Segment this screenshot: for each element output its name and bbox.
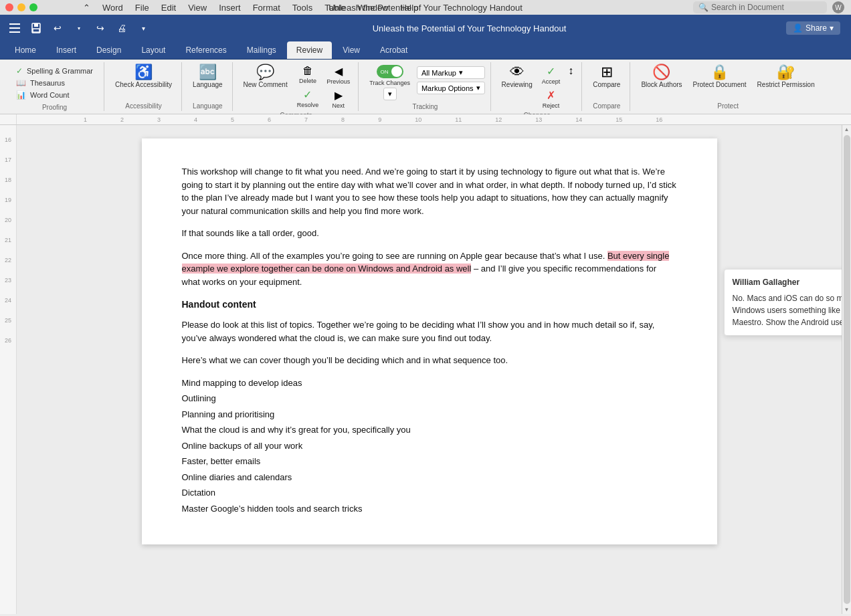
spelling-icon: ✓ [16, 66, 23, 76]
changes-group: 👁 Reviewing ✓ Accept ✗ Reject ↕ Changes [492, 62, 583, 111]
minimize-button[interactable] [17, 3, 25, 11]
word-count-button[interactable]: 📊 Word Count [13, 89, 96, 101]
changes-more-button[interactable]: ↕ [565, 64, 576, 78]
vertical-scrollbar[interactable]: ▲ ▼ [842, 125, 851, 614]
tab-home[interactable]: Home [5, 41, 45, 59]
next-button[interactable]: ▶ Next [324, 88, 353, 110]
check-accessibility-button[interactable]: ♿ Check Accessibility [111, 64, 176, 90]
tab-references[interactable]: References [176, 41, 235, 59]
block-authors-button[interactable]: 🚫 Block Authors [637, 64, 686, 90]
search-bar[interactable]: 🔍 Search in Document [693, 1, 827, 13]
redo-button[interactable]: ↪ [91, 19, 110, 37]
ruler-num: 22 [5, 255, 11, 276]
tab-insert[interactable]: Insert [47, 41, 86, 59]
share-chevron: ▾ [830, 23, 834, 33]
new-comment-label: New Comment [244, 81, 288, 88]
scroll-up-button[interactable]: ▲ [844, 126, 850, 132]
spelling-grammar-button[interactable]: ✓ Spelling & Grammar [13, 65, 96, 77]
next-label: Next [332, 102, 345, 109]
accessibility-items: ♿ Check Accessibility [111, 64, 176, 101]
sidebar-toggle-button[interactable] [5, 19, 24, 37]
menu-format[interactable]: Format [248, 2, 286, 13]
tracking-group-label: Tracking [412, 103, 438, 110]
more-button[interactable]: ▾ [134, 19, 153, 37]
ruler-num: 25 [5, 316, 11, 336]
share-label: Share [806, 23, 827, 33]
scroll-down-button[interactable]: ▼ [844, 607, 850, 613]
menu-file[interactable]: File [130, 2, 155, 13]
language-items: 🔤 Language [189, 64, 227, 101]
menu-insert[interactable]: Insert [213, 2, 246, 13]
new-comment-button[interactable]: 💬 New Comment [240, 64, 292, 90]
tab-view[interactable]: View [333, 41, 369, 59]
menu-word[interactable]: Word [97, 2, 128, 13]
compare-items: ⊞ Compare [589, 64, 624, 101]
user-avatar[interactable]: W [832, 1, 844, 13]
language-icon: 🔤 [199, 65, 217, 80]
ruler-mark: 2 [120, 116, 124, 123]
delete-comment-button[interactable]: 🗑 Delete [294, 64, 322, 86]
restrict-permission-button[interactable]: 🔐 Restrict Permission [753, 64, 819, 90]
track-changes-dropdown[interactable]: ▾ [383, 88, 397, 100]
tab-review[interactable]: Review [287, 41, 332, 59]
menu-edit[interactable]: Edit [156, 2, 181, 13]
search-placeholder: Search in Document [711, 3, 784, 12]
tab-mailings[interactable]: Mailings [238, 41, 286, 59]
restrict-permission-label: Restrict Permission [757, 81, 815, 88]
track-changes-toggle[interactable]: ON [377, 65, 403, 78]
document-title: Unleash the Potential of Your Technology… [155, 23, 783, 33]
menu-tools[interactable]: Tools [287, 2, 318, 13]
share-button[interactable]: 👤 Share ▾ [786, 21, 840, 35]
ruler-num: 17 [5, 155, 11, 175]
ribbon-content: ✓ Spelling & Grammar 📖 Thesaurus 📊 Word … [0, 60, 851, 114]
svg-rect-2 [9, 31, 20, 33]
accept-button[interactable]: ✓ Accept [539, 64, 563, 86]
thesaurus-button[interactable]: 📖 Thesaurus [13, 77, 96, 89]
spelling-label: Spelling & Grammar [27, 67, 93, 75]
toggle-knob [391, 66, 402, 77]
ruler-corner [0, 114, 17, 124]
language-button[interactable]: 🔤 Language [189, 64, 227, 90]
ruler-mark: 11 [455, 116, 462, 123]
ruler-num: 24 [5, 296, 11, 316]
close-button[interactable] [5, 3, 13, 11]
document-list: Mind mapping to develop ideas Outlining … [182, 377, 677, 516]
save-button[interactable] [27, 19, 45, 37]
compare-button[interactable]: ⊞ Compare [589, 64, 624, 90]
compare-group-label: Compare [593, 102, 620, 110]
reject-button[interactable]: ✗ Reject [539, 88, 563, 110]
protect-group: 🚫 Block Authors 🔒 Protect Document 🔐 Res… [632, 62, 824, 111]
horizontal-ruler: 1 2 3 4 5 6 7 8 9 10 11 12 13 14 15 16 [17, 114, 851, 124]
menu-apple[interactable]: ⌃ [78, 2, 96, 13]
traffic-lights [5, 3, 37, 11]
reviewing-button[interactable]: 👁 Reviewing [498, 64, 537, 90]
protect-items: 🚫 Block Authors 🔒 Protect Document 🔐 Res… [637, 64, 818, 101]
title-right-controls: 🔍 Search in Document W [693, 1, 844, 13]
word-count-icon: 📊 [16, 90, 26, 100]
ruler-mark: 8 [341, 116, 345, 123]
accessibility-label: Check Accessibility [115, 81, 172, 88]
protect-document-button[interactable]: 🔒 Protect Document [689, 64, 751, 90]
compare-icon: ⊞ [601, 65, 613, 80]
print-button[interactable]: 🖨 [112, 19, 131, 37]
tab-acrobat[interactable]: Acrobat [371, 41, 417, 59]
restrict-permission-icon: 🔐 [777, 65, 795, 80]
paragraph-6: Here’s what we can cover though you’ll b… [182, 354, 677, 367]
all-markup-dropdown[interactable]: All Markup ▾ [417, 66, 485, 79]
ruler-num: 19 [5, 195, 11, 215]
maximize-button[interactable] [29, 3, 37, 11]
tab-design[interactable]: Design [87, 41, 130, 59]
menu-view[interactable]: View [183, 2, 212, 13]
tracking-items: ON Track Changes ▾ All Markup ▾ Markup O… [365, 64, 484, 102]
resolve-button[interactable]: ✓ Resolve [294, 87, 322, 110]
markup-options-dropdown[interactable]: Markup Options ▾ [417, 82, 485, 94]
proofing-group: ✓ Spelling & Grammar 📖 Thesaurus 📊 Word … [5, 62, 104, 111]
previous-button[interactable]: ◀ Previous [324, 64, 353, 86]
compare-label: Compare [593, 81, 620, 88]
tab-layout[interactable]: Layout [132, 41, 175, 59]
undo-dropdown-button[interactable]: ▾ [70, 19, 88, 37]
undo-button[interactable]: ↩ [48, 19, 67, 37]
document-container[interactable]: This workshop will change to fit what yo… [17, 125, 842, 614]
language-label: Language [193, 81, 223, 88]
scroll-thumb[interactable] [844, 135, 850, 604]
